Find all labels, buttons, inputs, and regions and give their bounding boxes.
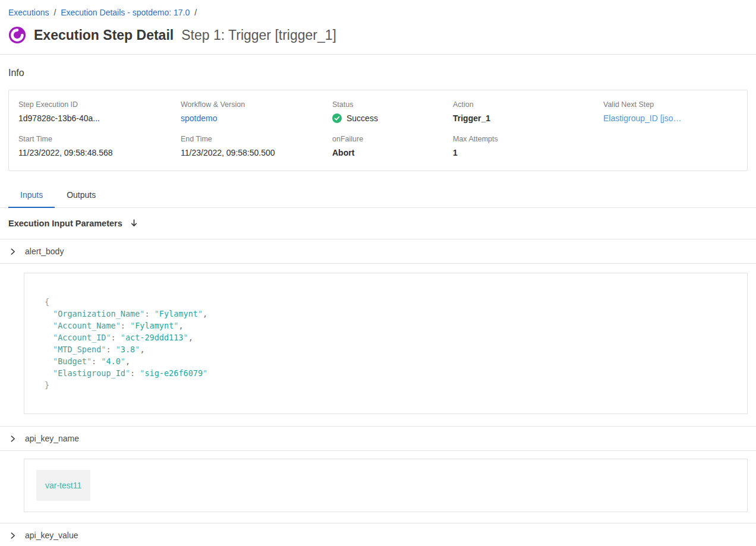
workflow-link[interactable]: spotdemo xyxy=(181,113,332,123)
value-box: var-test11 xyxy=(24,459,748,512)
info-card: Step Execution ID 1d97828c-13b6-40a... W… xyxy=(8,90,748,171)
field-label: End Time xyxy=(181,135,332,143)
param-content-api-key-name: var-test11 xyxy=(0,451,756,523)
field-label: onFailure xyxy=(332,135,453,143)
breadcrumb-link-executions[interactable]: Executions xyxy=(8,8,49,17)
param-name-api-key-name: api_key_name xyxy=(25,434,79,443)
tab-inputs[interactable]: Inputs xyxy=(8,185,55,208)
json-key: Elastigroup_Id xyxy=(53,368,130,378)
status-badge: Success xyxy=(332,113,453,123)
param-row-alert-body[interactable]: alert_body xyxy=(0,239,756,264)
tab-outputs[interactable]: Outputs xyxy=(55,185,108,208)
field-label: Status xyxy=(332,100,453,109)
json-value: act-29ddd113 xyxy=(121,333,188,342)
api-key-name-value-chip: var-test11 xyxy=(36,470,90,501)
fylamynt-logo-icon xyxy=(8,26,26,44)
param-row-api-key-name[interactable]: api_key_name xyxy=(0,427,756,451)
valid-next-step-link[interactable]: Elastigroup_ID [jso… xyxy=(603,113,738,123)
breadcrumb-separator: / xyxy=(53,8,56,17)
json-key: Budget xyxy=(53,356,92,366)
info-field-max-attempts: Max Attempts 1 xyxy=(453,135,603,157)
chevron-right-icon[interactable] xyxy=(8,435,17,443)
end-time-value: 11/23/2022, 09:58:50.500 xyxy=(181,148,332,157)
page-subtitle: Step 1: Trigger [trigger_1] xyxy=(181,27,336,43)
field-label: Action xyxy=(453,100,603,109)
chevron-right-icon[interactable] xyxy=(8,532,17,539)
json-key: Account_Name xyxy=(53,321,121,330)
chevron-right-icon[interactable] xyxy=(8,248,17,255)
start-time-value: 11/23/2022, 09:58:48.568 xyxy=(18,148,181,157)
json-key: Organization_Name xyxy=(53,309,144,318)
json-value: sig-e26f6079 xyxy=(140,368,207,378)
breadcrumb-link-execution-details[interactable]: Execution Details - spotdemo: 17.0 xyxy=(61,8,190,17)
field-label: Valid Next Step xyxy=(603,100,738,109)
json-comma: , xyxy=(140,345,144,354)
check-circle-icon xyxy=(332,113,342,123)
execution-input-parameters-header: Execution Input Parameters xyxy=(0,208,756,239)
json-value: Fylamynt xyxy=(130,321,178,330)
info-field-status: Status Success xyxy=(332,100,453,123)
step-execution-id-value: 1d97828c-13b6-40a... xyxy=(18,113,181,123)
field-label: Step Execution ID xyxy=(18,100,181,109)
field-label: Max Attempts xyxy=(453,135,603,143)
param-name-api-key-value: api_key_value xyxy=(25,531,78,540)
json-value: 4.0 xyxy=(101,356,125,366)
field-label: Start Time xyxy=(18,135,181,143)
param-content-alert-body: { Organization_NameFylamynt, Account_Nam… xyxy=(0,264,756,427)
info-field-onfailure: onFailure Abort xyxy=(332,135,453,157)
json-colon xyxy=(92,356,101,366)
json-entry: Elastigroup_Idsig-e26f6079 xyxy=(45,367,727,379)
breadcrumb-separator: / xyxy=(194,8,197,17)
info-field-action: Action Trigger_1 xyxy=(453,100,603,123)
action-value: Trigger_1 xyxy=(453,113,603,123)
onfailure-value: Abort xyxy=(332,148,453,157)
json-colon xyxy=(111,333,121,342)
param-name-alert-body: alert_body xyxy=(25,247,64,256)
info-field-empty xyxy=(603,135,738,157)
json-colon xyxy=(106,345,115,354)
json-open-brace: { xyxy=(45,296,727,308)
json-comma: , xyxy=(188,333,193,342)
max-attempts-value: 1 xyxy=(453,148,603,157)
json-comma: , xyxy=(125,356,130,366)
json-entry: Organization_NameFylamynt, xyxy=(45,308,727,320)
status-text: Success xyxy=(346,113,378,123)
json-entry: Account_NameFylamynt, xyxy=(45,320,727,332)
info-section-title: Info xyxy=(0,55,756,78)
info-field-workflow-version: Workflow & Version spotdemo xyxy=(181,100,332,123)
json-value: 3.8 xyxy=(116,345,140,354)
download-icon[interactable] xyxy=(130,219,138,228)
param-row-api-key-value[interactable]: api_key_value xyxy=(0,523,756,546)
info-field-step-execution-id: Step Execution ID 1d97828c-13b6-40a... xyxy=(18,100,181,123)
json-key: MTD_Spend xyxy=(53,345,106,354)
json-value: Fylamynt xyxy=(155,309,203,318)
json-viewer: { Organization_NameFylamynt, Account_Nam… xyxy=(24,273,748,414)
json-colon xyxy=(144,309,154,318)
info-field-start-time: Start Time 11/23/2022, 09:58:48.568 xyxy=(18,135,181,157)
json-comma: , xyxy=(203,309,207,318)
field-label: Workflow & Version xyxy=(181,100,332,109)
json-entry: Account_IDact-29ddd113, xyxy=(45,332,727,343)
json-colon xyxy=(121,321,130,330)
json-close-brace: } xyxy=(45,379,727,391)
info-field-valid-next-step: Valid Next Step Elastigroup_ID [jso… xyxy=(603,100,738,123)
json-colon xyxy=(130,368,140,378)
json-key: Account_ID xyxy=(53,333,111,342)
json-entry: Budget4.0, xyxy=(45,355,727,367)
info-field-end-time: End Time 11/23/2022, 09:58:50.500 xyxy=(181,135,332,157)
page-title: Execution Step Detail xyxy=(34,27,174,43)
title-row: Execution Step Detail Step 1: Trigger [t… xyxy=(8,26,748,54)
tab-bar: Inputs Outputs xyxy=(0,185,756,208)
json-entry: MTD_Spend3.8, xyxy=(45,343,727,355)
json-comma: , xyxy=(178,321,183,330)
breadcrumb: Executions / Execution Details - spotdem… xyxy=(8,8,748,17)
params-section-title: Execution Input Parameters xyxy=(8,219,122,228)
page-header: Executions / Execution Details - spotdem… xyxy=(0,0,756,55)
